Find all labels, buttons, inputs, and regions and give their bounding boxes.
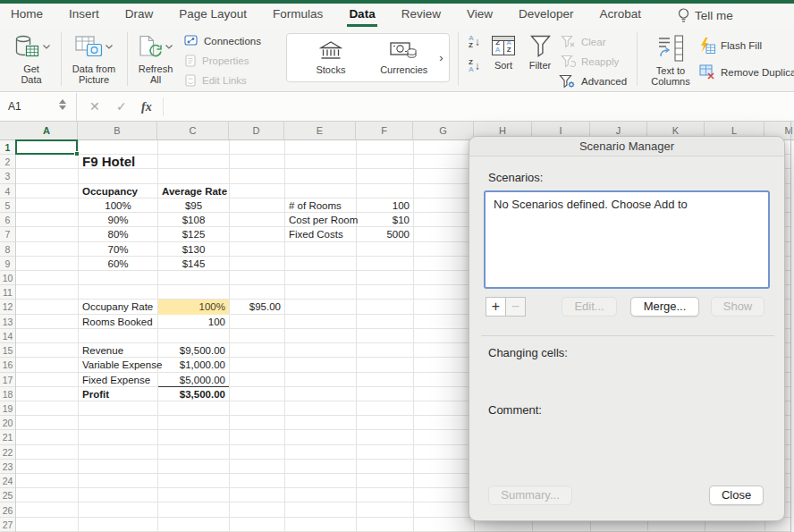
- menu-tab-data[interactable]: Data: [347, 4, 376, 27]
- cell-B5[interactable]: 100%: [79, 198, 157, 213]
- cell-F5[interactable]: 100: [357, 198, 413, 213]
- row-header-14[interactable]: 14: [0, 329, 15, 343]
- sort-descending-button[interactable]: ZA↓: [469, 59, 480, 73]
- cell-E7[interactable]: Fixed Costs: [285, 227, 356, 241]
- row-header-2[interactable]: 2: [0, 155, 15, 169]
- row-header-1[interactable]: 1: [0, 140, 15, 155]
- close-button[interactable]: Close: [709, 486, 764, 505]
- row-header-3[interactable]: 3: [0, 169, 15, 183]
- row-header-21[interactable]: 21: [0, 430, 15, 444]
- add-scenario-button[interactable]: +: [486, 297, 506, 317]
- row-header-23[interactable]: 23: [0, 460, 15, 474]
- column-header-B[interactable]: B: [78, 122, 157, 139]
- column-header-C[interactable]: C: [157, 122, 229, 139]
- remove-duplicates-button[interactable]: Remove Duplicat: [699, 64, 794, 80]
- column-header-G[interactable]: G: [413, 122, 474, 139]
- column-header-D[interactable]: D: [229, 122, 284, 139]
- merge-button[interactable]: Merge...: [630, 297, 699, 317]
- properties-button[interactable]: Properties: [184, 55, 249, 67]
- cell-C9[interactable]: $145: [158, 257, 229, 271]
- row-header-15[interactable]: 15: [0, 343, 15, 358]
- formula-input[interactable]: [170, 93, 787, 121]
- refresh-all-button[interactable]: Refresh All: [131, 31, 181, 85]
- row-header-26[interactable]: 26: [0, 503, 15, 518]
- cell-B18[interactable]: Profit: [79, 387, 157, 401]
- menu-tab-draw[interactable]: Draw: [123, 4, 156, 27]
- edit-links-button[interactable]: Edit Links: [184, 74, 247, 87]
- cell-B15[interactable]: Revenue: [79, 343, 157, 358]
- row-header-20[interactable]: 20: [0, 416, 15, 430]
- flash-fill-button[interactable]: Flash Fill: [699, 38, 762, 54]
- cell-F7[interactable]: 5000: [357, 227, 413, 241]
- row-header-19[interactable]: 19: [0, 401, 15, 416]
- cell-C18[interactable]: $3,500.00: [158, 387, 229, 401]
- menu-tab-insert[interactable]: Insert: [67, 4, 101, 27]
- cell-C7[interactable]: $125: [158, 227, 229, 241]
- cell-C8[interactable]: $130: [158, 242, 229, 257]
- cell-B6[interactable]: 90%: [79, 213, 157, 227]
- cell-B16[interactable]: Variable Expense: [79, 358, 157, 372]
- cell-C13[interactable]: 100: [158, 315, 229, 329]
- row-header-25[interactable]: 25: [0, 488, 15, 502]
- row-header-12[interactable]: 12: [0, 300, 15, 314]
- cell-C12[interactable]: 100%: [158, 300, 229, 314]
- cell-D12[interactable]: $95.00: [230, 300, 284, 314]
- column-header-A[interactable]: A: [16, 122, 78, 139]
- row-header-10[interactable]: 10: [0, 271, 15, 285]
- cell-B12[interactable]: Occupany Rate: [79, 300, 157, 314]
- cell-C5[interactable]: $95: [158, 198, 229, 213]
- menu-tab-view[interactable]: View: [465, 4, 494, 27]
- menu-tab-acrobat[interactable]: Acrobat: [597, 4, 643, 27]
- row-header-18[interactable]: 18: [0, 387, 15, 401]
- row-header-22[interactable]: 22: [0, 445, 15, 460]
- cancel-icon[interactable]: ✕: [89, 93, 100, 121]
- edit-button[interactable]: Edit...: [562, 297, 617, 317]
- advanced-filter-button[interactable]: Advanced: [559, 74, 627, 89]
- text-to-columns-button[interactable]: Text to Columns: [646, 32, 696, 87]
- menu-tab-developer[interactable]: Developer: [517, 4, 576, 27]
- cell-B8[interactable]: 70%: [79, 242, 157, 257]
- row-header-24[interactable]: 24: [0, 474, 15, 488]
- show-button[interactable]: Show: [711, 297, 764, 317]
- cell-E6[interactable]: Cost per Room: [285, 213, 356, 227]
- fx-icon[interactable]: fx: [141, 93, 152, 121]
- tell-me-button[interactable]: Tell me: [678, 4, 733, 27]
- get-data-button[interactable]: Get Data: [5, 31, 57, 85]
- row-header-16[interactable]: 16: [0, 358, 15, 372]
- row-header-11[interactable]: 11: [0, 285, 15, 300]
- row-header-4[interactable]: 4: [0, 184, 15, 198]
- filter-button[interactable]: Filter: [524, 33, 556, 71]
- menu-tab-page-layout[interactable]: Page Layout: [177, 4, 249, 27]
- cell-C4[interactable]: Average Rate: [158, 184, 229, 198]
- sort-button[interactable]: ZA AZ Sort: [488, 33, 519, 71]
- gallery-more-button[interactable]: ›: [434, 51, 449, 64]
- cell-F6[interactable]: $10: [357, 213, 413, 227]
- cell-E5[interactable]: # of Rooms: [285, 198, 356, 213]
- cell-C6[interactable]: $108: [158, 213, 229, 227]
- cell-B7[interactable]: 80%: [79, 227, 157, 241]
- clear-filter-button[interactable]: Clear: [561, 35, 605, 48]
- column-header-E[interactable]: E: [284, 122, 356, 139]
- reapply-filter-button[interactable]: Reapply: [561, 55, 619, 68]
- row-header-5[interactable]: 5: [0, 198, 15, 213]
- cell-C16[interactable]: $1,000.00: [158, 358, 229, 372]
- menu-tab-home[interactable]: Home: [9, 4, 45, 27]
- column-header-F[interactable]: F: [356, 122, 413, 139]
- remove-scenario-button[interactable]: −: [505, 297, 526, 317]
- cell-C17[interactable]: $5,000.00: [158, 373, 229, 387]
- menu-tab-review[interactable]: Review: [400, 4, 443, 27]
- selection-box[interactable]: [15, 139, 78, 155]
- row-header-6[interactable]: 6: [0, 213, 15, 227]
- fill-handle[interactable]: [74, 151, 80, 156]
- row-header-13[interactable]: 13: [0, 315, 15, 329]
- row-header-9[interactable]: 9: [0, 257, 15, 271]
- cell-C15[interactable]: $9,500.00: [158, 343, 229, 358]
- cell-B4[interactable]: Occupancy: [79, 184, 157, 198]
- stocks-button[interactable]: Stocks: [301, 41, 360, 75]
- row-header-27[interactable]: 27: [0, 518, 15, 532]
- connections-button[interactable]: Connections: [184, 35, 261, 46]
- cell-B9[interactable]: 60%: [79, 257, 157, 271]
- cell-B2[interactable]: F9 Hotel: [79, 155, 157, 169]
- cell-B13[interactable]: Rooms Booked: [79, 315, 157, 329]
- sort-ascending-button[interactable]: AZ↓: [469, 35, 480, 49]
